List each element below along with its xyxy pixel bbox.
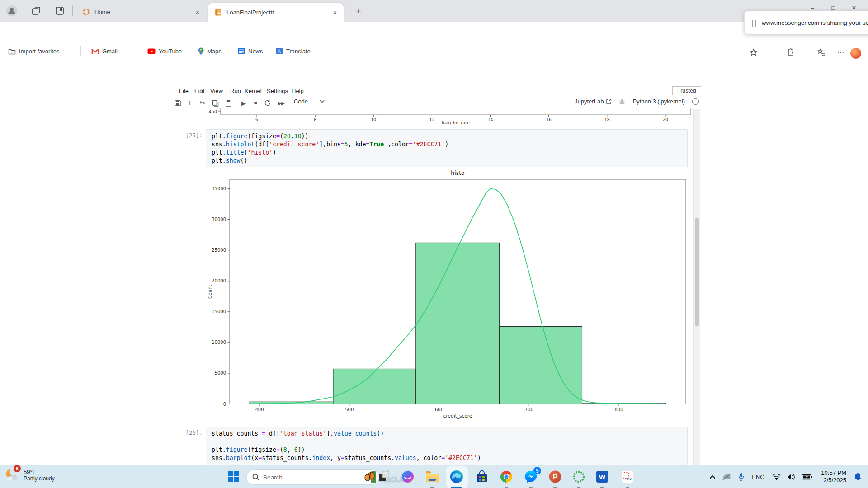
menu-edit[interactable]: Edit (192, 87, 207, 95)
chevron-down-icon (320, 100, 325, 103)
chrome-icon (500, 470, 513, 483)
messenger-icon (524, 470, 538, 483)
taskbar-app-screenshot-squares[interactable] (375, 468, 393, 486)
chart-title: histo (451, 169, 464, 176)
favorite-star-icon[interactable] (750, 48, 758, 56)
favorite-label: Maps (207, 48, 222, 55)
x-tick-label: 400 (255, 407, 264, 412)
scrollbar-thumb[interactable] (695, 218, 699, 326)
taskbar-app-word[interactable]: W (593, 468, 611, 486)
tab-home[interactable]: Home × (76, 4, 206, 20)
taskbar-app-edge[interactable] (448, 468, 466, 486)
taskbar-app-chrome[interactable] (497, 468, 515, 486)
taskbar-app-green-ring[interactable] (570, 468, 588, 486)
favorite-item-youtube[interactable]: YouTube (145, 45, 184, 57)
menu-file[interactable]: File (176, 87, 191, 95)
y-tick-label: 10000 (212, 340, 226, 345)
taskbar-app-copilot[interactable] (399, 468, 417, 486)
language-indicator[interactable]: ENG (752, 474, 764, 480)
menu-view[interactable]: View (208, 87, 226, 95)
wifi-icon[interactable] (772, 474, 781, 480)
jupyterlab-link[interactable]: JupyterLab (575, 98, 612, 105)
x-tick-label: 16 (546, 117, 552, 122)
tab-close-icon[interactable]: × (330, 8, 340, 18)
favorite-item-maps[interactable]: Maps (195, 45, 224, 57)
favorite-item-translate[interactable]: 文Translate (273, 45, 313, 57)
jupyter-toolbar: + ✂ ▶ ■ ▶▶ Code JupyterLab Python 3 (ipy… (0, 97, 868, 110)
workspaces-icon[interactable] (30, 5, 42, 17)
menu-kernel[interactable]: Kernel (242, 87, 264, 95)
favorite-item-news[interactable]: News (235, 45, 266, 57)
y-tick-label: 0 (223, 402, 226, 407)
search-box[interactable]: Search (246, 469, 379, 485)
paste-cell-icon[interactable] (223, 98, 234, 108)
screen-share-notification[interactable]: || www.messenger.com is sharing your scr… (744, 11, 868, 34)
trusted-badge[interactable]: Trusted (672, 86, 701, 95)
new-tab-button[interactable]: + (353, 5, 364, 17)
x-tick-label: 600 (435, 407, 443, 412)
stop-kernel-icon[interactable]: ■ (250, 98, 261, 108)
news-icon (238, 48, 245, 54)
tray-chevron-up-icon[interactable] (709, 475, 716, 479)
pause-icon[interactable]: || (752, 19, 757, 27)
browser-tab-strip: Home × LoanFinalProjecttt × + – □ ✕ (0, 0, 868, 22)
restart-run-all-icon[interactable]: ▶▶ (276, 98, 287, 108)
save-icon[interactable] (172, 98, 183, 108)
volume-icon[interactable] (787, 474, 795, 480)
code-cell-26[interactable]: status_counts = df['loan_status'].value_… (206, 427, 688, 466)
weather-icon: 6 (4, 467, 20, 483)
search-daily-image-butterfly[interactable] (362, 470, 377, 484)
kernel-status-icon[interactable] (692, 98, 699, 105)
tray-date: 2/5/2025 (821, 477, 846, 484)
clock[interactable]: 10:57 PM 2/5/2025 (821, 469, 846, 484)
tab-actions-icon[interactable] (53, 5, 66, 17)
favorite-item-gmail[interactable]: Gmail (89, 45, 120, 57)
run-cell-icon[interactable]: ▶ (238, 98, 249, 108)
cell-type-value: Code (294, 98, 308, 105)
browser-avatar[interactable] (850, 48, 861, 59)
maps-icon (198, 47, 204, 55)
taskbar-app-powerpoint[interactable]: P (546, 468, 564, 486)
add-cell-icon[interactable]: + (184, 98, 195, 108)
code-editor[interactable]: status_counts = df['loan_status'].value_… (206, 427, 687, 465)
taskbar-app-store[interactable] (473, 468, 491, 486)
tab-loanfinalprojecttt[interactable]: LoanFinalProjecttt × (208, 3, 344, 22)
copy-cell-icon[interactable] (210, 98, 221, 108)
notifications-bell-icon[interactable] (854, 473, 862, 481)
x-axis-label: credit_score (443, 413, 472, 419)
favorites-bar-icon[interactable] (817, 48, 826, 56)
battery-icon[interactable] (802, 474, 812, 480)
code-editor[interactable]: plt.figure(figsize=(20,10)) sns.histplot… (206, 130, 687, 168)
menu-help[interactable]: Help (289, 87, 307, 95)
weather-widget[interactable]: 6 59°F Partly cloudy (4, 467, 55, 483)
onedrive-icon[interactable] (722, 473, 732, 480)
tab-close-icon[interactable]: × (193, 7, 203, 17)
tab-title: Home (94, 9, 193, 15)
debugger-bug-icon[interactable] (619, 99, 625, 105)
restart-kernel-icon[interactable] (262, 98, 273, 108)
menu-run[interactable]: Run (227, 87, 244, 95)
menu-settings[interactable]: Settings (264, 87, 291, 95)
favorite-item-import-favorites[interactable]: Import favorites (5, 45, 62, 57)
cell-type-dropdown[interactable]: Code (294, 98, 325, 105)
youtube-icon (147, 48, 156, 54)
kernel-name[interactable]: Python 3 (ipykernel) (632, 98, 685, 105)
settings-menu-icon[interactable]: ⋯ (837, 48, 844, 56)
code-cell-25[interactable]: plt.figure(figsize=(20,10)) sns.histplot… (206, 129, 688, 167)
snipping-tool-icon: ✂ (621, 470, 634, 483)
translate-icon: 文 (276, 48, 283, 54)
system-tray: ENG 10:57 PM 2/5/2025 (706, 465, 868, 488)
taskbar-app-file-explorer[interactable] (423, 468, 441, 486)
powerpoint-icon: P (548, 470, 562, 483)
browser-profile-icon[interactable] (5, 5, 18, 17)
start-button[interactable] (227, 470, 240, 483)
toolbar-right: JupyterLab Python 3 (ipykernel) (575, 98, 699, 105)
microphone-icon[interactable] (738, 473, 744, 481)
cut-cell-icon[interactable]: ✂ (197, 98, 208, 108)
taskbar-app-snipping-tool[interactable]: ✂ (618, 468, 637, 486)
svg-text:文: 文 (278, 49, 282, 53)
scrollbar[interactable] (693, 109, 700, 465)
search-placeholder: Search (263, 474, 362, 481)
taskbar-app-messenger[interactable]: 5 (522, 468, 540, 486)
extensions-icon[interactable] (787, 48, 795, 56)
